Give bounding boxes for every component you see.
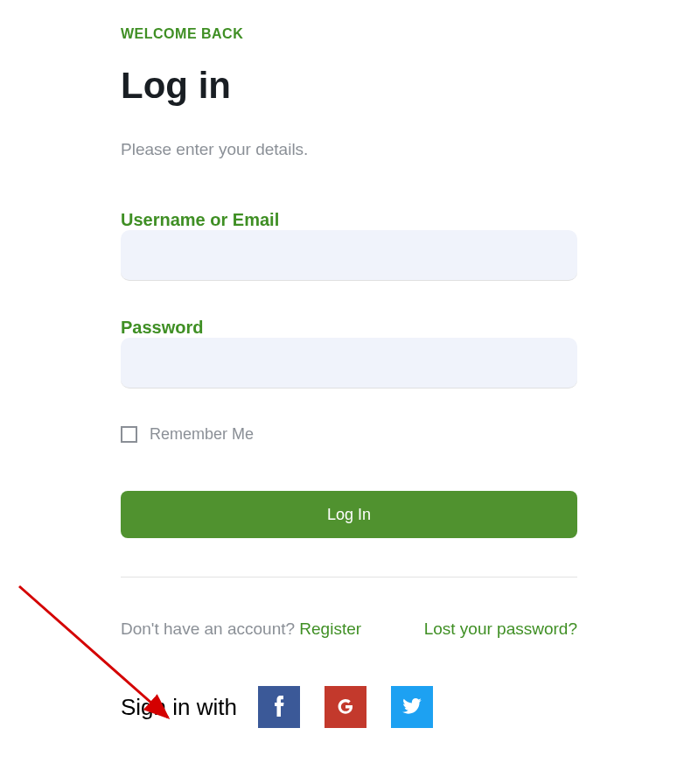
username-input[interactable] — [121, 230, 577, 281]
google-login-button[interactable] — [325, 686, 366, 728]
twitter-icon — [402, 698, 422, 717]
password-label: Password — [121, 318, 203, 337]
links-row: Don't have an account? Register Lost you… — [121, 620, 577, 639]
twitter-login-button[interactable] — [391, 686, 433, 728]
page-title: Log in — [121, 65, 577, 107]
register-link[interactable]: Register — [299, 620, 361, 638]
signin-with-row: Sign in with — [121, 686, 577, 728]
signin-with-label: Sign in with — [121, 694, 237, 721]
lost-password-link[interactable]: Lost your password? — [424, 620, 577, 639]
remember-me-checkbox[interactable] — [121, 426, 137, 443]
facebook-login-button[interactable] — [258, 686, 300, 728]
remember-me-label: Remember Me — [150, 425, 254, 444]
divider — [121, 577, 577, 578]
google-icon — [336, 696, 355, 718]
username-label: Username or Email — [121, 210, 279, 229]
login-button[interactable]: Log In — [121, 491, 577, 538]
welcome-back-label: WELCOME BACK — [121, 26, 577, 42]
facebook-icon — [273, 696, 285, 719]
subtitle: Please enter your details. — [121, 140, 577, 159]
password-input[interactable] — [121, 338, 577, 388]
no-account-text: Don't have an account? — [121, 620, 299, 638]
remember-me-row: Remember Me — [121, 425, 577, 444]
